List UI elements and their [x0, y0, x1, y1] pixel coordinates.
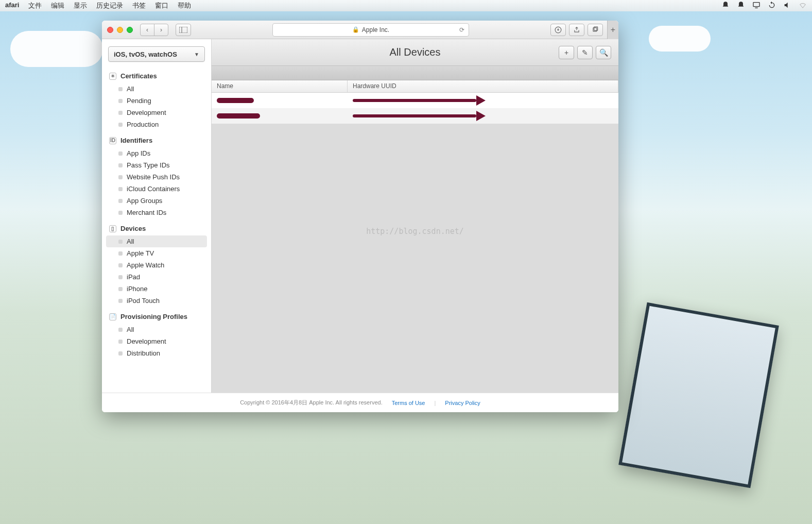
address-bar[interactable]: 🔒 Apple Inc. ⟳: [272, 23, 469, 37]
sidebar-item-cert-pending[interactable]: Pending: [102, 95, 211, 107]
notification-icon[interactable]: [721, 1, 730, 11]
sidebar-icon: [179, 27, 187, 33]
table-row[interactable]: [212, 93, 618, 108]
menu-view[interactable]: 显示: [74, 1, 87, 10]
sidebar-item-label: All: [127, 85, 134, 93]
close-window-button[interactable]: [107, 27, 113, 33]
sidebar-item-apple-watch[interactable]: Apple Watch: [102, 259, 211, 271]
svg-rect-5: [594, 27, 598, 30]
table-header: Name Hardware UUID: [212, 80, 618, 93]
sidebar-item-pp-development[interactable]: Development: [102, 335, 211, 347]
menu-history[interactable]: 历史记录: [96, 1, 123, 10]
sidebar-item-cert-development[interactable]: Development: [102, 107, 211, 119]
column-name[interactable]: Name: [212, 80, 348, 92]
platform-selector[interactable]: iOS, tvOS, watchOS ▼: [108, 46, 205, 62]
sidebar-item-label: All: [127, 326, 134, 333]
sidebar-item-label: Production: [127, 121, 159, 128]
svg-rect-1: [179, 27, 187, 33]
section-title: Identifiers: [120, 137, 152, 144]
sidebar-item-cert-all[interactable]: All: [102, 83, 211, 95]
app-name[interactable]: afari: [5, 1, 19, 10]
sidebar-item-cert-production[interactable]: Production: [102, 119, 211, 130]
column-uuid[interactable]: Hardware UUID: [348, 80, 618, 92]
section-devices[interactable]: ▯ Devices: [102, 222, 211, 235]
chevron-down-icon: ▼: [194, 52, 199, 57]
sidebar-item-app-groups[interactable]: App Groups: [102, 195, 211, 207]
reload-icon[interactable]: ⟳: [459, 26, 464, 33]
page-footer: Copyright © 2016年4月8日 Apple Inc. All rig…: [102, 393, 618, 412]
sidebar-item-website-push-ids[interactable]: Website Push IDs: [102, 171, 211, 183]
sidebar-item-apple-tv[interactable]: Apple TV: [102, 247, 211, 259]
link-terms[interactable]: Terms of Use: [392, 400, 425, 406]
sidebar-item-pass-type-ids[interactable]: Pass Type IDs: [102, 159, 211, 171]
downloads-button[interactable]: [550, 24, 566, 36]
sidebar-item-label: iPhone: [127, 285, 147, 293]
section-identifiers[interactable]: ID Identifiers: [102, 133, 211, 147]
edit-button[interactable]: ✎: [577, 46, 593, 59]
forward-button[interactable]: ›: [154, 24, 168, 36]
sidebar-item-label: App IDs: [127, 149, 150, 157]
macos-menubar: afari 文件 编辑 显示 历史记录 书签 窗口 帮助: [0, 0, 812, 11]
menu-bookmarks[interactable]: 书签: [132, 1, 146, 10]
sidebar-item-pp-all[interactable]: All: [102, 324, 211, 335]
share-button[interactable]: [569, 24, 584, 36]
download-icon: [555, 26, 562, 33]
minimize-window-button[interactable]: [117, 27, 123, 33]
new-tab-button[interactable]: +: [607, 21, 618, 39]
sidebar-toggle-button[interactable]: [176, 24, 191, 36]
plus-icon: +: [564, 48, 568, 57]
search-button[interactable]: 🔍: [596, 46, 611, 59]
page-content: iOS, tvOS, watchOS ▼ ✶ Certificates All …: [102, 39, 618, 412]
tabs-button[interactable]: [588, 24, 603, 36]
table-row[interactable]: [212, 108, 618, 124]
sidebar-item-iphone[interactable]: iPhone: [102, 283, 211, 295]
section-provisioning-profiles[interactable]: 📄 Provisioning Profiles: [102, 310, 211, 324]
section-certificates[interactable]: ✶ Certificates: [102, 69, 211, 83]
developer-portal: iOS, tvOS, watchOS ▼ ✶ Certificates All …: [102, 39, 618, 393]
section-title: Devices: [120, 225, 146, 232]
add-device-button[interactable]: +: [559, 46, 574, 59]
menu-help[interactable]: 帮助: [178, 1, 191, 10]
certificate-icon: ✶: [109, 73, 116, 80]
safari-window: ‹ › 🔒 Apple Inc. ⟳ +: [102, 21, 618, 412]
sync-icon[interactable]: [768, 1, 776, 11]
redacted-uuid: [353, 99, 476, 102]
sidebar-item-merchant-ids[interactable]: Merchant IDs: [102, 207, 211, 218]
platform-selector-label: iOS, tvOS, watchOS: [114, 50, 177, 58]
sidebar-item-devices-all[interactable]: All: [106, 235, 207, 247]
menu-window[interactable]: 窗口: [155, 1, 168, 10]
sidebar-item-label: App Groups: [127, 197, 162, 205]
redacted-uuid: [353, 114, 476, 117]
table-body: [212, 93, 618, 124]
sidebar-item-ipad[interactable]: iPad: [102, 271, 211, 283]
toolbar-spacer: [212, 66, 618, 80]
sidebar-item-pp-distribution[interactable]: Distribution: [102, 347, 211, 359]
notification-icon[interactable]: [737, 1, 745, 11]
menu-file[interactable]: 文件: [28, 1, 42, 10]
window-titlebar: ‹ › 🔒 Apple Inc. ⟳ +: [102, 21, 618, 39]
menu-edit[interactable]: 编辑: [51, 1, 64, 10]
profile-icon: 📄: [109, 313, 116, 320]
display-icon[interactable]: [752, 1, 761, 11]
sidebar-item-label: All: [127, 238, 134, 245]
watermark: http://blog.csdn.net/: [366, 227, 464, 236]
link-privacy[interactable]: Privacy Policy: [445, 400, 480, 406]
desktop-bg-cloud: [10, 31, 103, 67]
sidebar-item-app-ids[interactable]: App IDs: [102, 147, 211, 159]
edit-icon: ✎: [582, 48, 588, 57]
sidebar-item-ipod-touch[interactable]: iPod Touch: [102, 295, 211, 307]
sidebar-item-label: Website Push IDs: [127, 173, 180, 181]
back-button[interactable]: ‹: [140, 24, 154, 36]
wifi-icon[interactable]: [799, 1, 807, 11]
redacted-name: [217, 98, 254, 103]
section-title: Certificates: [120, 72, 157, 80]
volume-icon[interactable]: [783, 1, 791, 11]
zoom-window-button[interactable]: [127, 27, 133, 33]
portal-main: All Devices + ✎ 🔍 Name Hardware UUID: [212, 39, 618, 393]
page-title: All Devices: [390, 46, 441, 58]
sidebar-item-icloud-containers[interactable]: iCloud Containers: [102, 183, 211, 195]
portal-sidebar: iOS, tvOS, watchOS ▼ ✶ Certificates All …: [102, 39, 212, 393]
sidebar-item-label: Apple Watch: [127, 261, 164, 269]
main-header: All Devices + ✎ 🔍: [212, 39, 618, 66]
share-icon: [573, 26, 580, 33]
